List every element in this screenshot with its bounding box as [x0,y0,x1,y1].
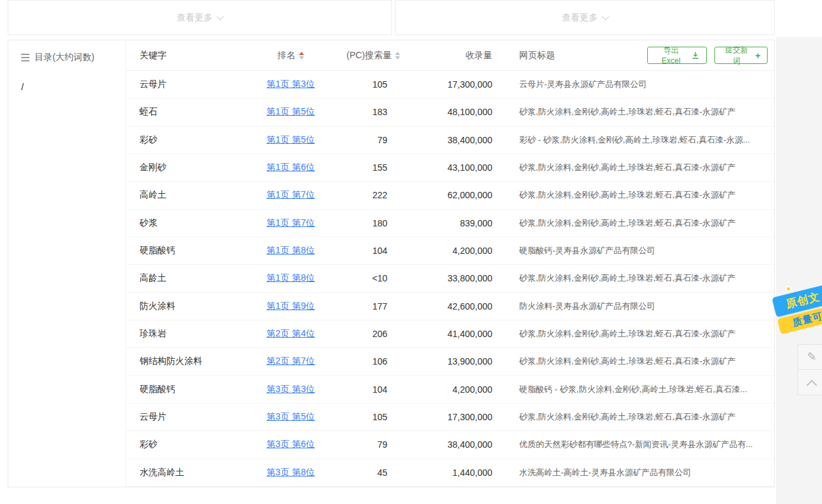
view-more-right-label: 查看更多 [562,12,598,24]
edit-button[interactable]: ✎ [798,344,822,370]
table-actions: 导出Excel 提交新词 + [647,47,774,64]
keyword-cell: 云母片 [126,79,249,90]
rank-link[interactable]: 第1页 第6位 [266,162,314,172]
rank-link[interactable]: 第2页 第4位 [266,328,314,338]
directory-sidebar: 目录(大约词数) / [8,40,126,487]
search-volume-cell: 105 [332,412,403,422]
search-volume-cell: 222 [332,190,403,200]
table-body: 云母片第1页 第3位10517,300,000云母片-灵寿县永源矿产品有限公司蛭… [126,71,774,487]
page-title-cell: 砂浆,防火涂料,金刚砂,高岭土,珍珠岩,蛭石,真石漆-永源矿产 [512,356,774,367]
col-keyword: 关键字 [126,50,249,61]
submit-keyword-button[interactable]: 提交新词 + [714,47,768,64]
keyword-cell: 高岭土 [126,189,249,201]
rank-link[interactable]: 第2页 第7位 [266,356,314,366]
rank-link[interactable]: 第3页 第8位 [266,467,314,477]
rank-link[interactable]: 第3页 第3位 [266,384,314,394]
keyword-cell: 高龄土 [126,272,249,284]
index-count-cell: 38,400,000 [403,135,512,145]
rank-cell: 第3页 第3位 [249,384,332,395]
search-volume-cell: 106 [332,356,403,366]
rank-cell: 第1页 第9位 [249,301,332,312]
page-title-cell: 优质的天然彩砂都有哪些特点?-新闻资讯-灵寿县永源矿产品有... [512,439,774,450]
sort-rank-icon[interactable] [299,52,304,59]
page-title-cell: 云母片-灵寿县永源矿产品有限公司 [512,79,774,90]
search-volume-cell: 183 [332,107,403,117]
search-volume-cell: 177 [332,301,403,311]
rank-link[interactable]: 第1页 第8位 [266,272,314,283]
table-row: 云母片第1页 第3位10517,300,000云母片-灵寿县永源矿产品有限公司 [126,71,774,98]
col-search-volume[interactable]: (PC)搜索量 [332,50,403,61]
export-excel-label: 导出Excel [654,45,688,65]
rank-cell: 第1页 第8位 [249,272,332,284]
top-panel-left: 查看更多 [8,0,392,35]
rank-link[interactable]: 第1页 第9位 [266,301,314,311]
search-volume-cell: 104 [332,246,403,256]
keyword-cell: 蛭石 [126,106,249,118]
page-title-cell: 砂浆,防火涂料,金刚砂,高岭土,珍珠岩,蛭石,真石漆-永源矿产 [512,328,774,340]
sticker-dot-icon [785,285,792,292]
page-title-cell: 砂浆,防火涂料,金刚砂,高岭土,珍珠岩,蛭石,真石漆-永源矿产 [512,217,774,229]
view-more-left-label: 查看更多 [177,12,213,24]
keyword-rank-panel: 目录(大约词数) / 关键字 排名 (PC)搜索量 收录量 网页标题 导出Exc… [8,40,775,487]
download-icon [691,51,700,59]
rank-link[interactable]: 第3页 第5位 [266,411,314,421]
table-row: 蛭石第1页 第5位18348,100,000砂浆,防火涂料,金刚砂,高岭土,珍珠… [126,98,774,126]
rank-link[interactable]: 第1页 第8位 [266,245,314,255]
rank-link[interactable]: 第1页 第7位 [266,217,314,228]
search-volume-cell: 79 [332,439,403,450]
page-title-cell: 砂浆,防火涂料,金刚砂,高岭土,珍珠岩,蛭石,真石漆-永源矿产 [512,162,774,173]
floating-side-buttons: ✎ [798,344,822,395]
keyword-cell: 金刚砂 [126,162,249,173]
col-rank-label: 排名 [278,50,296,61]
rank-cell: 第1页 第7位 [249,189,332,201]
search-volume-cell: 206 [332,329,403,339]
sort-search-icon[interactable] [395,52,400,59]
view-more-right-link[interactable]: 查看更多 [562,12,608,24]
directory-item-root[interactable]: / [8,63,125,92]
rank-link[interactable]: 第1页 第7位 [266,189,314,200]
col-search-volume-label: (PC)搜索量 [346,50,392,61]
keyword-cell: 彩砂 [126,439,249,450]
table-header: 关键字 排名 (PC)搜索量 收录量 网页标题 导出Excel [126,40,774,71]
table-row: 高龄土第1页 第8位<1033,800,000砂浆,防火涂料,金刚砂,高岭土,珍… [126,265,774,292]
rank-cell: 第3页 第8位 [249,467,332,478]
rank-cell: 第3页 第6位 [249,439,332,450]
col-rank[interactable]: 排名 [249,50,332,61]
index-count-cell: 43,100,000 [403,162,512,173]
chevron-down-icon [216,13,223,20]
list-icon [21,54,29,61]
view-more-left-link[interactable]: 查看更多 [177,12,223,24]
page-title-cell: 砂浆,防火涂料,金刚砂,高岭土,珍珠岩,蛭石,真石漆-永源矿产 [512,411,774,423]
directory-header: 目录(大约词数) [8,40,125,63]
table-row: 珍珠岩第2页 第4位20641,400,000砂浆,防火涂料,金刚砂,高岭土,珍… [126,320,774,348]
keyword-cell: 硬脂酸钙 [126,245,249,256]
index-count-cell: 42,600,000 [403,301,512,311]
keyword-cell: 防火涂料 [126,301,249,312]
page-title-cell: 砂浆,防火涂料,金刚砂,高岭土,珍珠岩,蛭石,真石漆-永源矿产 [512,106,774,118]
keyword-table: 关键字 排名 (PC)搜索量 收录量 网页标题 导出Excel [126,40,774,487]
rank-cell: 第2页 第7位 [249,356,332,367]
page-title-cell: 水洗高岭土-高岭土-灵寿县永源矿产品有限公司 [512,467,774,478]
directory-header-label: 目录(大约词数) [35,52,94,63]
table-row: 彩砂第1页 第5位7938,400,000彩砂 - 砂浆,防火涂料,金刚砂,高岭… [126,127,774,154]
rank-link[interactable]: 第1页 第5位 [266,106,314,116]
search-volume-cell: 155 [332,162,403,173]
col-index-count: 收录量 [403,50,512,61]
table-row: 水洗高岭土第3页 第8位451,440,000水洗高岭土-高岭土-灵寿县永源矿产… [126,459,774,487]
search-volume-cell: 79 [332,135,403,145]
rank-link[interactable]: 第3页 第6位 [266,439,314,449]
index-count-cell: 33,800,000 [403,273,512,283]
search-volume-cell: 104 [332,384,403,395]
keyword-cell: 硬脂酸钙 [126,384,249,395]
back-to-top-button[interactable] [798,370,822,395]
index-count-cell: 41,400,000 [403,329,512,339]
submit-keyword-label: 提交新词 [721,45,752,67]
rank-link[interactable]: 第1页 第3位 [266,79,314,89]
export-excel-button[interactable]: 导出Excel [647,47,707,64]
index-count-cell: 839,000 [403,218,512,228]
index-count-cell: 62,000,000 [403,190,512,200]
page-title-cell: 彩砂 - 砂浆,防火涂料,金刚砂,高岭土,珍珠岩,蛭石,真石漆-永源... [512,134,774,146]
rank-link[interactable]: 第1页 第5位 [266,134,314,145]
keyword-cell: 砂浆 [126,217,249,229]
rank-cell: 第1页 第5位 [249,106,332,118]
